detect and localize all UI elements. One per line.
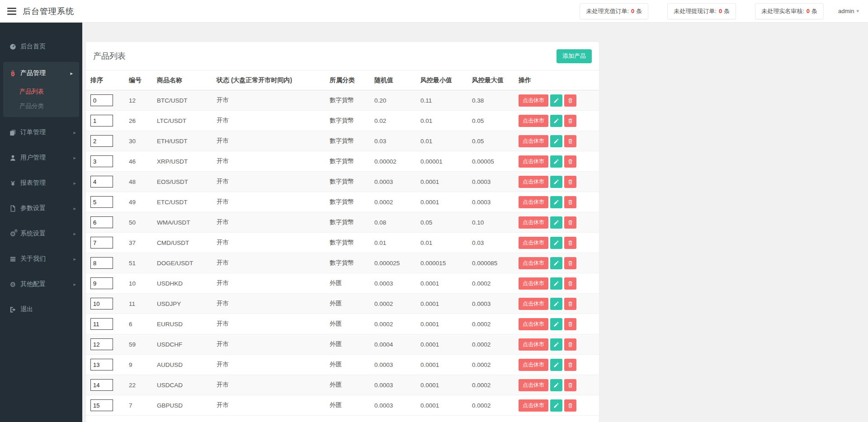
sort-input[interactable] — [90, 196, 113, 208]
close-market-button[interactable]: 点击休市 — [519, 135, 548, 147]
edit-button[interactable] — [550, 176, 562, 188]
chevron-right-icon: ▸ — [73, 155, 76, 161]
delete-button[interactable] — [564, 155, 576, 168]
close-market-button[interactable]: 点击休市 — [519, 237, 548, 249]
delete-button[interactable] — [564, 94, 576, 107]
table-row: 26LTC/USDT开市數字貨幣0.020.010.05点击休市 — [86, 111, 599, 131]
sidebar-item-reports[interactable]: ¥报表管理▸ — [0, 173, 82, 193]
delete-button[interactable] — [564, 115, 576, 127]
edit-button[interactable] — [550, 155, 562, 168]
trash-icon — [567, 240, 573, 246]
sort-input[interactable] — [90, 338, 113, 350]
sidebar-item-users[interactable]: 用户管理▸ — [0, 148, 82, 168]
close-market-button[interactable]: 点击休市 — [519, 359, 548, 371]
delete-button[interactable] — [564, 216, 576, 229]
edit-button[interactable] — [550, 399, 562, 412]
sort-input[interactable] — [90, 94, 113, 106]
sort-input[interactable] — [90, 277, 113, 289]
actions-cell: 点击休市 — [519, 318, 599, 330]
delete-button[interactable] — [564, 237, 576, 249]
edit-button[interactable] — [550, 338, 562, 351]
edit-button[interactable] — [550, 216, 562, 229]
id-cell: 11 — [129, 300, 157, 307]
sort-input[interactable] — [90, 135, 113, 147]
edit-button[interactable] — [550, 318, 562, 330]
risk-max-cell: 0.0002 — [472, 361, 519, 368]
delete-button[interactable] — [564, 298, 576, 310]
pending-badge-0[interactable]: 未处理充值订单:0条 — [580, 3, 648, 19]
close-market-button[interactable]: 点击休市 — [519, 318, 548, 330]
sidebar-subitem-product-list[interactable]: 产品列表 — [3, 84, 79, 99]
sort-input[interactable] — [90, 257, 113, 269]
trash-icon — [567, 260, 573, 266]
sidebar-item-params[interactable]: 参数设置▸ — [0, 198, 82, 218]
topbar-left: 后台管理系统 — [7, 6, 74, 17]
delete-button[interactable] — [564, 257, 576, 269]
sort-input[interactable] — [90, 176, 113, 188]
sidebar-item-products[interactable]: B产品管理▸ — [3, 62, 79, 84]
close-market-button[interactable]: 点击休市 — [519, 216, 548, 229]
close-market-button[interactable]: 点击休市 — [519, 298, 548, 310]
sidebar-item-logout[interactable]: 退出 — [0, 300, 82, 319]
random-cell: 0.0003 — [374, 178, 420, 185]
pending-badge-2[interactable]: 未处理实名审核:0条 — [755, 3, 824, 19]
edit-button[interactable] — [550, 379, 562, 391]
close-market-button[interactable]: 点击休市 — [519, 155, 548, 168]
random-cell: 0.01 — [374, 239, 420, 246]
delete-button[interactable] — [564, 318, 576, 330]
edit-icon — [553, 98, 559, 103]
sort-input[interactable] — [90, 399, 113, 411]
sidebar-item-system[interactable]: ⚙⚙系统设置▸ — [0, 224, 82, 244]
edit-button[interactable] — [550, 94, 562, 107]
edit-button[interactable] — [550, 237, 562, 249]
close-market-button[interactable]: 点击休市 — [519, 257, 548, 269]
close-market-button[interactable]: 点击休市 — [519, 94, 548, 107]
edit-button[interactable] — [550, 135, 562, 147]
sidebar-item-other[interactable]: ⚙其他配置▸ — [0, 274, 82, 294]
delete-button[interactable] — [564, 277, 576, 290]
close-market-button[interactable]: 点击休市 — [519, 277, 548, 290]
pending-badge-1[interactable]: 未处理提现订单:0条 — [667, 3, 736, 19]
sidebar-subitem-product-category[interactable]: 产品分类 — [3, 99, 79, 113]
edit-button[interactable] — [550, 115, 562, 127]
edit-button[interactable] — [550, 298, 562, 310]
sort-input[interactable] — [90, 318, 113, 330]
sidebar-item-orders[interactable]: 订单管理▸ — [0, 122, 82, 142]
close-market-button[interactable]: 点击休市 — [519, 115, 548, 127]
sort-input[interactable] — [90, 379, 113, 391]
top-bar: 后台管理系统 未处理充值订单:0条未处理提现订单:0条未处理实名审核:0条 ad… — [0, 0, 868, 23]
user-menu[interactable]: admin ▾ — [836, 5, 861, 17]
delete-button[interactable] — [564, 359, 576, 371]
other-icon: ⚙ — [9, 281, 17, 288]
add-product-button[interactable]: 添加产品 — [557, 49, 592, 63]
delete-button[interactable] — [564, 135, 576, 147]
edit-button[interactable] — [550, 257, 562, 269]
sort-input[interactable] — [90, 115, 113, 127]
sort-input[interactable] — [90, 216, 113, 228]
delete-button[interactable] — [564, 379, 576, 391]
sidebar-item-about[interactable]: 关于我们▸ — [0, 249, 82, 269]
close-market-button[interactable]: 点击休市 — [519, 399, 548, 412]
sort-input[interactable] — [90, 298, 113, 309]
column-header-name: 商品名称 — [157, 76, 217, 84]
edit-button[interactable] — [550, 359, 562, 371]
sidebar-item-home[interactable]: 后台首页 — [0, 37, 82, 56]
menu-toggle-icon[interactable] — [7, 8, 16, 15]
close-market-button[interactable]: 点击休市 — [519, 176, 548, 188]
edit-icon — [553, 138, 559, 144]
category-cell: 外匯 — [330, 279, 374, 287]
close-market-button[interactable]: 点击休市 — [519, 196, 548, 208]
delete-button[interactable] — [564, 176, 576, 188]
close-market-button[interactable]: 点击休市 — [519, 379, 548, 391]
delete-button[interactable] — [564, 399, 576, 412]
random-cell: 0.000025 — [374, 260, 420, 267]
sort-input[interactable] — [90, 359, 113, 370]
product-list-card: 产品列表 添加产品 排序编号商品名称状态 (大盘正常开市时间内)所属分类随机值风… — [86, 42, 599, 422]
sort-input[interactable] — [90, 237, 113, 249]
edit-button[interactable] — [550, 277, 562, 290]
close-market-button[interactable]: 点击休市 — [519, 338, 548, 351]
edit-button[interactable] — [550, 196, 562, 208]
sort-input[interactable] — [90, 155, 113, 167]
delete-button[interactable] — [564, 338, 576, 351]
delete-button[interactable] — [564, 196, 576, 208]
